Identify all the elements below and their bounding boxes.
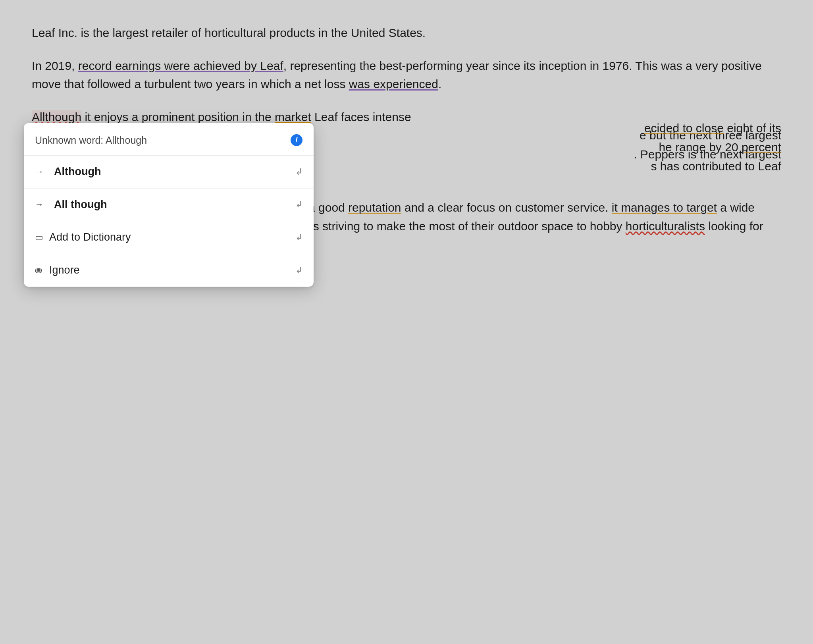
shortcut-1: ↲ [295, 165, 302, 179]
p3-line2-right: e but the next three largest [640, 126, 781, 145]
p2-before: In 2019, [32, 59, 78, 72]
arrow-icon-2: → [35, 198, 49, 211]
suggestion-all-though[interactable]: → All though ↲ [24, 189, 314, 222]
p2-end: . [438, 77, 441, 91]
p5-reputation: reputation [348, 201, 401, 214]
suggestion-although-text: Although [54, 164, 302, 180]
suggestion-although[interactable]: → Although ↲ [24, 156, 314, 189]
p3-misspelled-word: Allthough [32, 110, 81, 123]
arrow-icon-1: → [35, 165, 49, 179]
shortcut-4: ↲ [295, 264, 302, 277]
document-area: Leaf Inc. is the largest retailer of hor… [0, 0, 813, 300]
p2-passive2: was experienced [349, 77, 438, 91]
p5-it-manages: it manages to target [612, 201, 717, 214]
add-to-dictionary[interactable]: ▭ Add to Dictionary ↲ [24, 221, 314, 254]
p2-passive1: record earnings were achieved by Leaf [78, 59, 283, 72]
p3-rest: Leaf faces intense [311, 110, 411, 123]
popup-header-text: Unknown word: Allthough [35, 133, 147, 148]
add-to-dictionary-text: Add to Dictionary [49, 229, 302, 246]
paragraph-1: Leaf Inc. is the largest retailer of hor… [32, 24, 781, 42]
ignore-icon: ⛂ [35, 264, 49, 277]
paragraph-2: In 2019, record earnings were achieved b… [32, 57, 781, 94]
suggestion-all-though-text: All though [54, 197, 302, 213]
p3-line3-right: . Peppers is the next largest [634, 145, 781, 164]
bookmark-icon: ▭ [35, 231, 49, 244]
ignore-text: Ignore [49, 262, 302, 279]
ignore-option[interactable]: ⛂ Ignore ↲ [24, 254, 314, 287]
p3-market: market [275, 110, 311, 123]
p3-after: it enjoys a prominent position in the [81, 110, 275, 123]
spell-check-popup: Unknown word: Allthough i → Although ↲ →… [24, 123, 314, 287]
p5-mid2: and a clear focus on customer service. [401, 201, 612, 214]
shortcut-2: ↲ [295, 198, 302, 211]
p1-text: Leaf Inc. is the largest retailer of hor… [32, 26, 426, 39]
shortcut-3: ↲ [295, 231, 302, 244]
info-icon[interactable]: i [291, 134, 302, 146]
p5-horticulturalists: horticulturalists [626, 220, 705, 233]
popup-header: Unknown word: Allthough i [24, 123, 314, 156]
